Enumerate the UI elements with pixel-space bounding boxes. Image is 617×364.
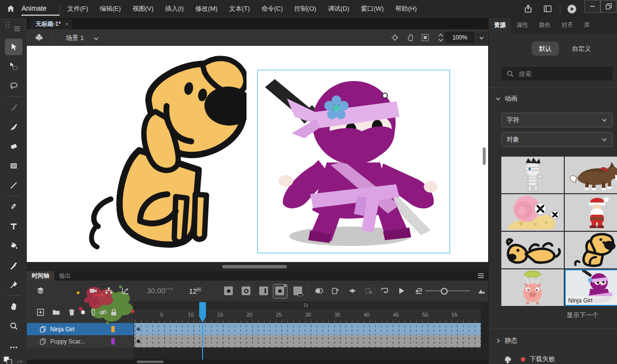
- line-tool[interactable]: [5, 177, 22, 194]
- menu-help[interactable]: 帮助(H): [391, 0, 422, 18]
- tab-properties[interactable]: 属性: [511, 18, 534, 33]
- zoom-fit-mountains-icon[interactable]: [477, 286, 487, 296]
- rail-menu-icon[interactable]: [14, 26, 21, 32]
- scene-chevron-down-icon[interactable]: [91, 34, 101, 43]
- layers-stack-icon[interactable]: [36, 286, 45, 296]
- timeline-zoom-slider[interactable]: [425, 290, 470, 291]
- filter-character-dropdown[interactable]: 字符: [501, 113, 613, 127]
- new-layer-icon[interactable]: [36, 307, 45, 317]
- preset-custom-button[interactable]: 自定义: [566, 41, 597, 56]
- play-button-icon[interactable]: [396, 286, 406, 296]
- asset-search-box[interactable]: [501, 67, 613, 81]
- timeline-hscroll-thumb[interactable]: [137, 361, 164, 363]
- asset-thumbnail-mummy[interactable]: [501, 157, 564, 193]
- create-tween-icon[interactable]: [348, 286, 357, 296]
- cloud-download-icon[interactable]: [502, 354, 513, 364]
- section-static[interactable]: 静态: [495, 336, 517, 345]
- graph-editor-icon[interactable]: [121, 286, 130, 296]
- stage-character-puppy[interactable]: [85, 53, 247, 253]
- text-tool[interactable]: [5, 218, 22, 235]
- menu-view[interactable]: 视图(V): [127, 0, 158, 18]
- classic-brush-tool[interactable]: [5, 119, 22, 135]
- menu-modify[interactable]: 修改(M): [190, 0, 223, 18]
- layer-frames-ninja-girl[interactable]: [134, 323, 481, 335]
- timeline-frame-ruler[interactable]: 5 10 15 20 25 30 35 40 45 50 55: [134, 309, 481, 323]
- zoom-level-chevron-icon[interactable]: [475, 32, 487, 43]
- keyframe-dot[interactable]: [137, 340, 140, 343]
- asset-thumbnail-wolf[interactable]: [565, 157, 617, 193]
- menu-commands[interactable]: 命令(C): [256, 0, 288, 18]
- lasso-tool[interactable]: [5, 78, 22, 94]
- filter-object-dropdown[interactable]: 对象: [501, 132, 613, 147]
- preset-default-button[interactable]: 默认: [532, 41, 559, 56]
- asset-warp-pin-tool[interactable]: [5, 277, 22, 293]
- new-folder-icon[interactable]: [51, 307, 61, 317]
- minimize-button[interactable]: [584, 0, 600, 13]
- visibility-eye-icon[interactable]: [98, 307, 108, 317]
- document-tab[interactable]: 无标题-1* ×: [30, 19, 72, 29]
- rewind-to-start-icon[interactable]: [413, 286, 423, 296]
- share-icon[interactable]: [523, 4, 533, 14]
- hand-tool[interactable]: [5, 298, 22, 315]
- tab-timeline[interactable]: 时间轴: [27, 271, 54, 281]
- insert-blank-keyframe-icon[interactable]: [242, 286, 250, 295]
- lock-column-icon[interactable]: [109, 307, 119, 317]
- tab-align[interactable]: 对齐: [556, 18, 578, 33]
- menu-text[interactable]: 文本(T): [224, 0, 255, 18]
- more-tools-icon[interactable]: [5, 339, 22, 356]
- redo-arrow-icon[interactable]: [16, 358, 24, 364]
- delete-layer-trash-icon[interactable]: [67, 307, 77, 317]
- menu-edit[interactable]: 编辑(E): [95, 0, 125, 18]
- workspace-icon[interactable]: [543, 4, 553, 13]
- asset-thumbnail-snail-cheese[interactable]: [501, 194, 564, 231]
- timeline-hscroll-track[interactable]: [27, 360, 488, 364]
- timeline-menu-icon[interactable]: [477, 273, 484, 279]
- menu-debug[interactable]: 调试(D): [323, 0, 354, 18]
- remove-frames-icon[interactable]: [293, 286, 302, 295]
- menu-file[interactable]: 文件(F): [62, 0, 93, 18]
- menu-control[interactable]: 控制(O): [289, 0, 321, 18]
- insert-frame-icon[interactable]: [259, 286, 268, 295]
- layer-parenting-icon[interactable]: [104, 286, 114, 296]
- stage-hscroll-track[interactable]: [27, 262, 488, 271]
- stage-canvas[interactable]: [27, 46, 488, 262]
- paint-bucket-tool[interactable]: [5, 238, 22, 254]
- layer-row-puppy[interactable]: Puppy Scar...: [27, 335, 134, 348]
- center-stage-icon[interactable]: [390, 33, 400, 42]
- menu-insert[interactable]: 插入(I): [160, 0, 188, 18]
- current-frame-display[interactable]: 12帧: [189, 286, 202, 295]
- stage-vertical-scrollbar[interactable]: [483, 147, 486, 165]
- camera-icon[interactable]: [88, 286, 98, 296]
- zoom-tool[interactable]: [5, 318, 22, 334]
- show-next-link[interactable]: 显示下一个: [567, 311, 617, 320]
- asset-thumbnail-puppy-sitting[interactable]: [565, 232, 617, 268]
- layer-frames-puppy[interactable]: [134, 335, 481, 347]
- tab-color[interactable]: 颜色: [534, 18, 556, 33]
- eraser-tool[interactable]: [5, 138, 22, 155]
- pen-tool[interactable]: [5, 199, 22, 215]
- selection-tool[interactable]: [5, 39, 22, 55]
- eyedropper-tool[interactable]: [5, 257, 22, 274]
- test-movie-icon[interactable]: [567, 4, 577, 14]
- auto-keyframe-toggle[interactable]: A: [273, 284, 288, 299]
- layer-color-chip[interactable]: [111, 326, 115, 332]
- tab-output[interactable]: 输出: [54, 271, 76, 281]
- home-icon[interactable]: [6, 4, 16, 14]
- close-icon[interactable]: ×: [65, 21, 68, 28]
- tab-library[interactable]: 库: [578, 18, 595, 33]
- stage-hscroll-thumb[interactable]: [222, 265, 287, 268]
- panel-grip-icon[interactable]: [6, 22, 7, 23]
- paste-frames-icon[interactable]: [330, 286, 340, 296]
- restore-window-button[interactable]: [600, 0, 617, 13]
- asset-thumbnail-puppy-lying[interactable]: [501, 232, 564, 268]
- scene-clover-icon[interactable]: [34, 33, 44, 42]
- menu-window[interactable]: 窗口(W): [356, 0, 389, 18]
- asset-thumbnail-ninja-girl[interactable]: Ninja Girl: [565, 269, 617, 306]
- timeline-zoom-slider-knob[interactable]: [441, 288, 448, 295]
- rectangle-tool[interactable]: [5, 158, 22, 174]
- section-animated[interactable]: 动画: [495, 94, 517, 103]
- scene-name[interactable]: 场景 1: [66, 34, 84, 42]
- asset-thumbnail-santa[interactable]: [565, 194, 617, 231]
- layer-color-chip[interactable]: [111, 338, 115, 344]
- fill-stroke-colors-icon[interactable]: [3, 356, 14, 364]
